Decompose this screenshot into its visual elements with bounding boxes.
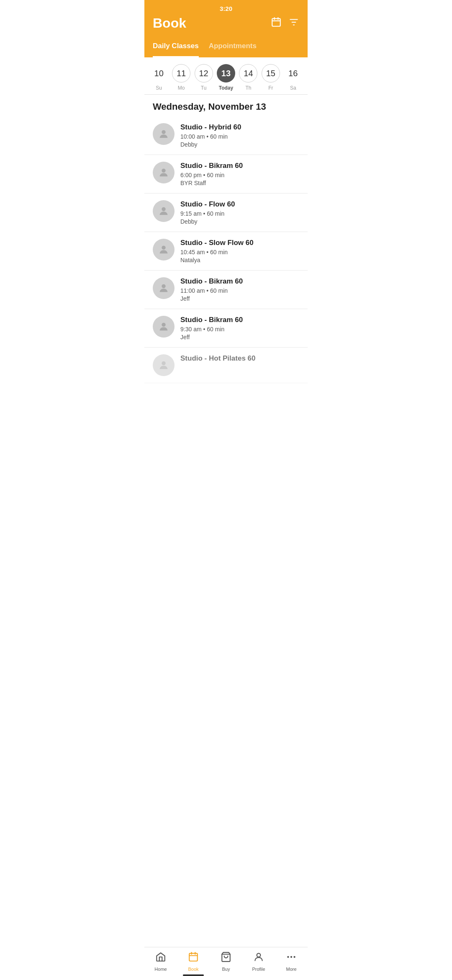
cal-label-sa: Sa: [290, 85, 296, 91]
cal-num-12: 12: [195, 64, 213, 83]
avatar: [153, 354, 175, 376]
class-instructor: Debby: [180, 141, 299, 148]
date-heading: Wednesday, November 13: [144, 95, 308, 116]
cal-num-16: 16: [284, 64, 302, 83]
cal-num-15: 15: [262, 64, 280, 83]
class-time: 6:00 pm • 60 min: [180, 172, 299, 178]
class-instructor: BYR Staff: [180, 180, 299, 186]
calendar-strip: 10 Su 11 Mo 12 Tu 13 Today 14 Th 15 Fr: [144, 57, 308, 95]
class-name: Studio - Bikram 60: [180, 277, 299, 286]
class-list: Studio - Hybrid 60 10:00 am • 60 min Deb…: [144, 116, 308, 383]
avatar: [153, 123, 175, 145]
class-item[interactable]: Studio - Flow 60 9:15 am • 60 min Debby: [144, 193, 308, 232]
class-time: 10:45 am • 60 min: [180, 249, 299, 255]
class-name: Studio - Hot Pilates 60: [180, 354, 299, 363]
cal-day-13[interactable]: 13 Today: [217, 64, 235, 91]
tabs: Daily Classes Appointments: [144, 38, 308, 57]
class-time: 9:15 am • 60 min: [180, 210, 299, 217]
status-time: 3:20: [220, 5, 232, 12]
cal-day-14[interactable]: 14 Th: [239, 64, 257, 91]
status-bar: 3:20: [144, 0, 308, 12]
cal-day-11[interactable]: 11 Mo: [172, 64, 190, 91]
cal-num-14: 14: [239, 64, 257, 83]
svg-rect-0: [272, 18, 280, 26]
class-info: Studio - Bikram 60 9:30 am • 60 min Jeff: [180, 316, 299, 340]
svg-point-12: [162, 323, 165, 327]
cal-day-12[interactable]: 12 Tu: [195, 64, 213, 91]
class-info: Studio - Hot Pilates 60: [180, 354, 299, 364]
class-info: Studio - Flow 60 9:15 am • 60 min Debby: [180, 200, 299, 225]
class-item[interactable]: Studio - Slow Flow 60 10:45 am • 60 min …: [144, 232, 308, 271]
header-title: Book: [153, 15, 186, 31]
class-name: Studio - Flow 60: [180, 200, 299, 209]
cal-label-fr: Fr: [268, 85, 273, 91]
class-instructor: Debby: [180, 218, 299, 225]
avatar: [153, 239, 175, 260]
scroll-content: 10 Su 11 Mo 12 Tu 13 Today 14 Th 15 Fr: [144, 57, 308, 421]
cal-day-16[interactable]: 16 Sa: [284, 64, 302, 91]
class-item[interactable]: Studio - Bikram 60 11:00 am • 60 min Jef…: [144, 271, 308, 309]
svg-point-13: [162, 361, 165, 365]
cal-day-10[interactable]: 10 Su: [150, 64, 168, 91]
class-info: Studio - Slow Flow 60 10:45 am • 60 min …: [180, 239, 299, 263]
cal-label-tu: Tu: [201, 85, 207, 91]
avatar: [153, 277, 175, 299]
class-name: Studio - Hybrid 60: [180, 123, 299, 132]
class-time: 11:00 am • 60 min: [180, 287, 299, 294]
avatar: [153, 162, 175, 183]
svg-point-10: [162, 246, 165, 250]
avatar: [153, 200, 175, 222]
calendar-icon[interactable]: [271, 17, 282, 30]
class-info: Studio - Bikram 60 6:00 pm • 60 min BYR …: [180, 162, 299, 186]
class-instructor: Jeff: [180, 295, 299, 302]
class-info: Studio - Hybrid 60 10:00 am • 60 min Deb…: [180, 123, 299, 148]
svg-point-9: [162, 207, 165, 211]
cal-label-th: Th: [245, 85, 251, 91]
tab-appointments[interactable]: Appointments: [209, 38, 257, 57]
svg-point-7: [162, 130, 165, 134]
avatar: [153, 316, 175, 338]
cal-num-11: 11: [172, 64, 190, 83]
svg-point-8: [162, 169, 165, 173]
tab-daily-classes[interactable]: Daily Classes: [153, 38, 199, 57]
class-name: Studio - Slow Flow 60: [180, 239, 299, 247]
header: Book: [144, 12, 308, 38]
class-item[interactable]: Studio - Bikram 60 6:00 pm • 60 min BYR …: [144, 155, 308, 193]
cal-label-su: Su: [156, 85, 162, 91]
class-time: 10:00 am • 60 min: [180, 133, 299, 140]
class-item-partial[interactable]: Studio - Hot Pilates 60: [144, 348, 308, 383]
header-icons: [271, 17, 299, 30]
class-instructor: Jeff: [180, 334, 299, 340]
cal-label-mo: Mo: [178, 85, 185, 91]
cal-day-15[interactable]: 15 Fr: [262, 64, 280, 91]
filter-icon[interactable]: [288, 17, 299, 30]
cal-num-10: 10: [150, 64, 168, 83]
svg-point-11: [162, 284, 165, 288]
class-info: Studio - Bikram 60 11:00 am • 60 min Jef…: [180, 277, 299, 302]
cal-label-today: Today: [219, 85, 233, 91]
cal-num-13: 13: [217, 64, 235, 83]
class-time: 9:30 am • 60 min: [180, 326, 299, 333]
class-item[interactable]: Studio - Hybrid 60 10:00 am • 60 min Deb…: [144, 116, 308, 155]
class-name: Studio - Bikram 60: [180, 162, 299, 170]
class-item[interactable]: Studio - Bikram 60 9:30 am • 60 min Jeff: [144, 309, 308, 348]
class-name: Studio - Bikram 60: [180, 316, 299, 324]
class-instructor: Natalya: [180, 257, 299, 263]
